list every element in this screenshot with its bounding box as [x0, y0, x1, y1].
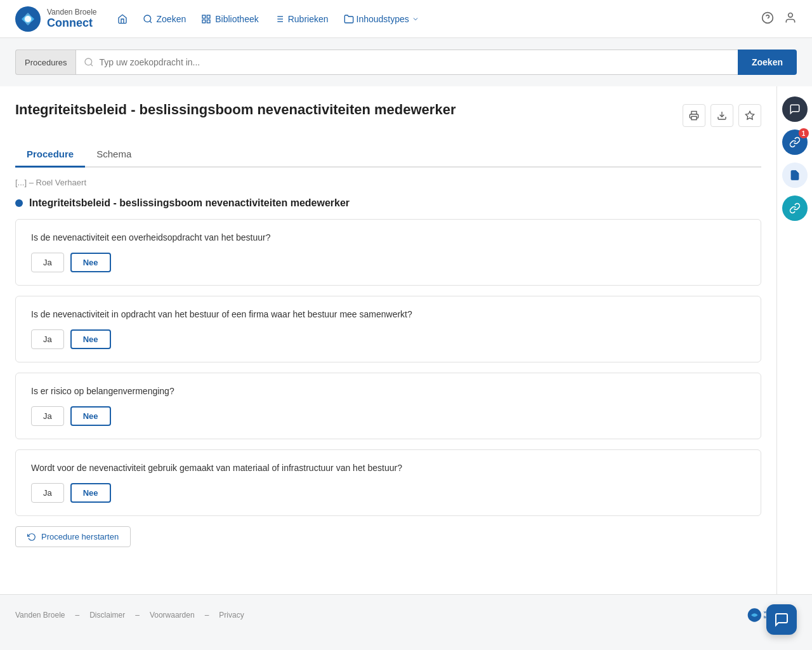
btn-nee-0[interactable]: Nee — [70, 253, 111, 272]
download-icon — [717, 110, 727, 121]
svg-line-3 — [150, 21, 152, 23]
dot-indicator — [15, 199, 23, 207]
nav-library[interactable]: Bibliotheek — [201, 14, 259, 24]
brand-top: Vanden Broele — [47, 8, 97, 17]
logo[interactable]: Vanden Broele Connect — [15, 6, 97, 32]
svg-rect-6 — [202, 20, 206, 23]
btn-ja-2[interactable]: Ja — [31, 406, 64, 426]
search-input[interactable] — [99, 57, 730, 67]
search-input-icon — [84, 57, 94, 67]
question-card: Is de nevenactiviteit een overheidsopdra… — [15, 219, 761, 286]
badge-count: 1 — [799, 128, 809, 138]
footer-privacy[interactable]: Privacy — [219, 611, 244, 620]
btn-ja-3[interactable]: Ja — [31, 483, 64, 503]
main-layout: Integriteitsbeleid - beslissingsboom nev… — [0, 86, 812, 594]
nav-rubrieken[interactable]: Rubrieken — [274, 14, 329, 24]
footer-sep3: – — [205, 611, 209, 620]
header: Vanden Broele Connect Zoeken Bibliotheek… — [0, 0, 812, 38]
doc-icon — [789, 169, 801, 181]
question-card: Is de nevenactiviteit in opdracht van he… — [15, 296, 761, 362]
nav-home[interactable] — [117, 14, 128, 24]
chevron-down-icon — [412, 15, 419, 23]
star-button[interactable] — [738, 104, 761, 127]
btn-nee-1[interactable]: Nee — [70, 329, 111, 349]
question-text: Is er risico op belangenvermenging? — [31, 386, 745, 396]
logo-icon — [15, 6, 41, 32]
btn-ja-1[interactable]: Ja — [31, 329, 64, 349]
message-icon — [789, 103, 801, 115]
svg-rect-7 — [207, 20, 211, 23]
svg-marker-21 — [745, 111, 754, 119]
footer: Vanden Broele – Disclaimer – Voorwaarden… — [0, 594, 812, 635]
library-icon — [201, 14, 211, 24]
breadcrumb: [...] – Roel Verhaert — [15, 178, 761, 187]
btn-group: Ja Nee — [31, 406, 745, 426]
chat-icon-btn[interactable] — [782, 96, 808, 122]
question-card: Is er risico op belangenvermenging? Ja N… — [15, 373, 761, 439]
search-bar-area: Procedures Zoeken — [0, 38, 812, 86]
header-icons — [761, 11, 797, 26]
folder-icon — [344, 14, 354, 24]
btn-group: Ja Nee — [31, 329, 745, 349]
search-input-wrap — [75, 50, 738, 75]
rubrieken-icon — [274, 14, 284, 24]
svg-point-17 — [85, 58, 92, 65]
footer-brand: Vanden Broele — [15, 611, 65, 620]
tab-schema[interactable]: Schema — [85, 142, 143, 168]
content-area: Integriteitsbeleid - beslissingsboom nev… — [0, 86, 776, 594]
footer-sep1: – — [75, 611, 80, 620]
svg-line-18 — [91, 64, 93, 66]
print-button[interactable] — [683, 104, 705, 127]
question-list: Is de nevenactiviteit een overheidsopdra… — [15, 219, 761, 516]
btn-ja-0[interactable]: Ja — [31, 253, 64, 272]
svg-point-1 — [25, 16, 31, 22]
search-icon — [143, 14, 153, 24]
tab-procedure[interactable]: Procedure — [15, 142, 85, 168]
link-badge-btn[interactable]: 1 — [782, 129, 808, 155]
restart-button[interactable]: Procedure herstarten — [15, 526, 131, 547]
btn-nee-2[interactable]: Nee — [70, 406, 111, 426]
svg-rect-5 — [207, 15, 211, 18]
star-icon — [745, 110, 755, 121]
btn-group: Ja Nee — [31, 483, 745, 503]
external-link-btn[interactable] — [782, 196, 808, 221]
external-link-icon — [789, 202, 801, 214]
user-icon[interactable] — [784, 11, 797, 26]
question-card: Wordt voor de nevenactiviteit gebruik ge… — [15, 449, 761, 516]
nav-inhoudstypes[interactable]: Inhoudstypes — [344, 14, 419, 24]
document-btn[interactable] — [782, 162, 808, 188]
chat-fab-icon — [774, 612, 789, 627]
help-icon[interactable] — [761, 11, 774, 26]
doc-actions — [683, 104, 761, 127]
link-icon — [789, 136, 801, 148]
svg-rect-19 — [691, 116, 697, 119]
footer-sep2: – — [135, 611, 140, 620]
main-nav: Zoeken Bibliotheek Rubrieken Inhoudstype… — [117, 14, 741, 24]
print-icon — [689, 110, 699, 121]
tabs: Procedure Schema — [15, 142, 761, 168]
btn-nee-3[interactable]: Nee — [70, 483, 111, 503]
btn-group: Ja Nee — [31, 253, 745, 272]
svg-rect-4 — [202, 15, 206, 18]
nav-search[interactable]: Zoeken — [143, 14, 187, 24]
doc-header: Integriteitsbeleid - beslissingsboom nev… — [15, 102, 761, 127]
doc-title: Integriteitsbeleid - beslissingsboom nev… — [15, 102, 455, 118]
question-text: Is de nevenactiviteit in opdracht van he… — [31, 309, 745, 319]
download-button[interactable] — [710, 104, 733, 127]
sidebar-right: 1 — [776, 86, 812, 594]
question-text: Is de nevenactiviteit een overheidsopdra… — [31, 232, 745, 242]
svg-point-16 — [789, 13, 793, 18]
question-text: Wordt voor de nevenactiviteit gebruik ge… — [31, 463, 745, 473]
brand-bottom: Connect — [47, 17, 97, 30]
svg-point-2 — [144, 15, 151, 22]
search-button[interactable]: Zoeken — [738, 50, 797, 75]
chat-fab[interactable] — [766, 604, 797, 635]
restart-icon — [27, 533, 36, 541]
footer-voorwaarden[interactable]: Voorwaarden — [150, 611, 195, 620]
decision-heading: Integriteitsbeleid - beslissingsboom nev… — [15, 197, 761, 209]
home-icon — [117, 14, 128, 24]
search-tag: Procedures — [15, 50, 75, 75]
footer-links: Vanden Broele – Disclaimer – Voorwaarden… — [15, 611, 244, 620]
footer-disclaimer[interactable]: Disclaimer — [89, 611, 125, 620]
